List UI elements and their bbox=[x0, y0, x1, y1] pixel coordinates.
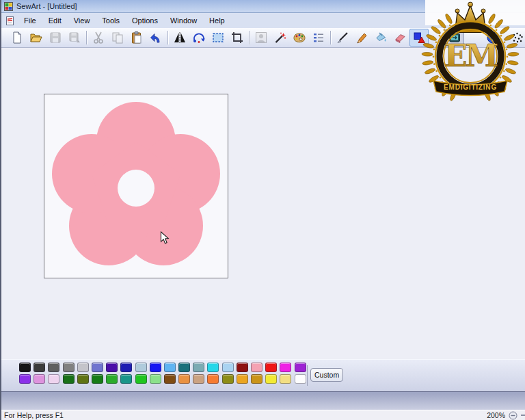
open-folder-icon bbox=[29, 31, 43, 44]
brush-line-icon bbox=[336, 31, 349, 44]
line-tool-button[interactable] bbox=[333, 29, 352, 47]
color-swatch[interactable] bbox=[48, 374, 59, 384]
help-button[interactable]: ? bbox=[483, 29, 502, 47]
new-button[interactable] bbox=[8, 29, 27, 47]
color-swatch[interactable] bbox=[280, 374, 291, 384]
menu-item-window[interactable]: Window bbox=[164, 14, 203, 27]
color-swatch[interactable] bbox=[193, 374, 204, 384]
clipboard-icon bbox=[130, 31, 144, 44]
pen-tool-button[interactable] bbox=[352, 29, 371, 47]
drawing-canvas[interactable] bbox=[44, 94, 228, 278]
stitch-params-button[interactable] bbox=[309, 29, 328, 47]
copy-button[interactable] bbox=[108, 29, 127, 47]
palette-row-2 bbox=[19, 374, 306, 384]
crop-button[interactable] bbox=[228, 29, 247, 47]
color-swatch[interactable] bbox=[251, 374, 262, 384]
eraser-tool-button[interactable] bbox=[390, 29, 409, 47]
color-swatch[interactable] bbox=[63, 374, 75, 384]
rotate-button[interactable] bbox=[189, 29, 208, 47]
color-swatch[interactable] bbox=[193, 363, 204, 372]
pen-icon bbox=[355, 31, 368, 44]
color-swatch[interactable] bbox=[237, 363, 248, 372]
color-swatch[interactable] bbox=[265, 374, 277, 384]
save-icon bbox=[49, 31, 62, 44]
color-swatch[interactable] bbox=[178, 374, 190, 384]
color-swatch[interactable] bbox=[164, 363, 176, 372]
color-swatch[interactable] bbox=[33, 374, 45, 384]
shapes-tool-button[interactable] bbox=[409, 29, 429, 47]
menu-item-tools[interactable]: Tools bbox=[96, 14, 126, 27]
color-swatch[interactable] bbox=[33, 363, 45, 372]
color-swatch[interactable] bbox=[280, 363, 291, 372]
portrait-button[interactable] bbox=[252, 29, 271, 47]
flip-icon bbox=[173, 31, 187, 44]
fill-tool-button[interactable] bbox=[371, 29, 390, 47]
menu-item-file[interactable]: File bbox=[18, 14, 42, 27]
menu-item-options[interactable]: Options bbox=[126, 14, 164, 27]
undo-button[interactable] bbox=[146, 29, 165, 47]
color-swatch[interactable] bbox=[106, 374, 118, 384]
shapes-icon bbox=[412, 31, 426, 44]
save-as-button[interactable] bbox=[65, 29, 84, 47]
color-swatch[interactable] bbox=[295, 374, 306, 384]
color-swatch[interactable] bbox=[92, 363, 103, 372]
save-as-icon bbox=[68, 31, 81, 44]
color-swatch[interactable] bbox=[106, 363, 118, 372]
color-swatch[interactable] bbox=[63, 363, 75, 372]
menu-item-edit[interactable]: Edit bbox=[42, 14, 68, 27]
cut-button[interactable] bbox=[89, 29, 108, 47]
color-swatch[interactable] bbox=[48, 363, 59, 372]
zoom-out-icon[interactable] bbox=[509, 411, 517, 420]
color-swatch[interactable] bbox=[178, 363, 190, 372]
menu-bar: FileEditViewToolsOptionsWindowHelp bbox=[1, 13, 525, 28]
svg-text:?: ? bbox=[491, 34, 496, 42]
color-swatch[interactable] bbox=[120, 363, 132, 372]
zoom-controls: 200% bbox=[487, 411, 525, 420]
magic-wand-button[interactable] bbox=[271, 29, 290, 47]
resize-icon bbox=[448, 31, 461, 44]
rotate-icon bbox=[192, 31, 206, 44]
zoom-slider[interactable] bbox=[521, 415, 525, 416]
paint-bucket-icon bbox=[374, 31, 388, 44]
open-button[interactable] bbox=[27, 29, 46, 47]
workspace[interactable] bbox=[1, 48, 525, 359]
toolbar-separator bbox=[249, 31, 250, 44]
flip-button[interactable] bbox=[170, 29, 189, 47]
color-swatch[interactable] bbox=[77, 374, 89, 384]
color-swatch[interactable] bbox=[237, 374, 248, 384]
save-button[interactable] bbox=[46, 29, 65, 47]
palette-row-1 bbox=[19, 363, 306, 372]
color-swatch[interactable] bbox=[222, 374, 234, 384]
color-swatch[interactable] bbox=[150, 363, 161, 372]
menu-item-view[interactable]: View bbox=[68, 14, 96, 27]
custom-color-button[interactable]: Custom bbox=[310, 368, 343, 382]
color-swatch[interactable] bbox=[92, 374, 103, 384]
stipple-button[interactable] bbox=[508, 29, 525, 47]
color-swatch[interactable] bbox=[19, 363, 31, 372]
crop-icon bbox=[230, 31, 244, 44]
menu-bar-items: FileEditViewToolsOptionsWindowHelp bbox=[18, 14, 231, 27]
color-swatch[interactable] bbox=[207, 363, 219, 372]
color-palette-button[interactable] bbox=[290, 29, 309, 47]
color-swatch[interactable] bbox=[135, 363, 147, 372]
resize-button[interactable] bbox=[445, 29, 464, 47]
color-swatch[interactable] bbox=[251, 363, 262, 372]
toolbar-separator bbox=[86, 31, 87, 44]
color-swatch[interactable] bbox=[265, 363, 277, 372]
status-bar: For Help, press F1 200% bbox=[1, 410, 525, 420]
select-region-button[interactable] bbox=[208, 29, 228, 47]
color-swatch[interactable] bbox=[19, 374, 31, 384]
color-swatch[interactable] bbox=[207, 374, 219, 384]
flower-image bbox=[44, 94, 228, 278]
menu-item-help[interactable]: Help bbox=[203, 14, 231, 27]
color-swatch[interactable] bbox=[135, 374, 147, 384]
color-swatch[interactable] bbox=[164, 374, 176, 384]
color-swatch[interactable] bbox=[120, 374, 132, 384]
paste-button[interactable] bbox=[127, 29, 146, 47]
color-swatch[interactable] bbox=[77, 363, 89, 372]
palette-icon bbox=[293, 31, 306, 44]
color-swatch[interactable] bbox=[222, 363, 234, 372]
color-swatch[interactable] bbox=[295, 363, 306, 372]
color-swatch[interactable] bbox=[150, 374, 161, 384]
stipple-icon bbox=[511, 31, 524, 44]
